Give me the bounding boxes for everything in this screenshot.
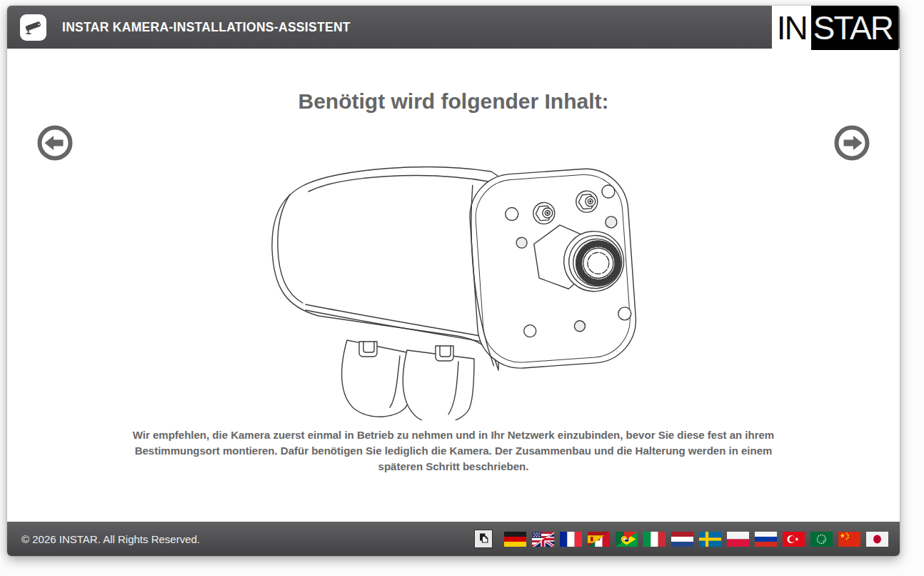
- cctv-camera-icon: [20, 14, 46, 41]
- language-flag-tr-icon[interactable]: [783, 532, 805, 547]
- step-description: Wir empfehlen, die Kamera zuerst einmal …: [114, 427, 793, 475]
- language-flag-it-icon[interactable]: [643, 532, 666, 547]
- arrow-right-circle-icon: [833, 124, 871, 162]
- language-flag-fr-icon[interactable]: [560, 532, 582, 547]
- language-flag-zh-icon[interactable]: [838, 532, 860, 547]
- language-flag-ja-icon[interactable]: [866, 532, 888, 547]
- copy-page-button[interactable]: [474, 530, 493, 548]
- footer-bar: © 2026 INSTAR. All Rights Reserved.: [7, 522, 900, 556]
- back-button[interactable]: [36, 124, 74, 162]
- language-flag-sv-icon[interactable]: [699, 532, 721, 547]
- wizard-step-content: Benötigt wird folgender Inhalt:: [7, 49, 900, 522]
- language-flag-ru-icon[interactable]: [755, 532, 777, 547]
- language-flags: [504, 532, 888, 547]
- language-flag-de-icon[interactable]: [504, 532, 526, 547]
- header-bar: INSTAR KAMERA-INSTALLATIONS-ASSISTENT IN…: [7, 6, 900, 49]
- copy-page-icon: [476, 532, 491, 546]
- language-flag-pt-icon[interactable]: [616, 532, 638, 547]
- language-flag-ar-icon[interactable]: [810, 532, 833, 547]
- language-flag-nl-icon[interactable]: [671, 532, 693, 547]
- wizard-window: INSTAR KAMERA-INSTALLATIONS-ASSISTENT IN…: [7, 6, 900, 556]
- arrow-left-circle-icon: [36, 124, 74, 162]
- language-flag-en-icon[interactable]: [532, 532, 554, 547]
- copyright-text: © 2026 INSTAR. All Rights Reserved.: [21, 533, 474, 545]
- instar-logo: IN STAR: [772, 6, 898, 50]
- language-flag-pl-icon[interactable]: [727, 532, 749, 547]
- language-bar: [474, 530, 888, 548]
- app-title: INSTAR KAMERA-INSTALLATIONS-ASSISTENT: [62, 20, 351, 35]
- language-flag-es-icon[interactable]: [588, 532, 610, 547]
- instar-logo-star: STAR: [811, 6, 893, 50]
- instar-logo-in: IN: [772, 6, 811, 50]
- forward-button[interactable]: [833, 124, 871, 162]
- page-title: Benötigt wird folgender Inhalt:: [7, 89, 900, 114]
- camera-rear-illustration: [264, 156, 643, 423]
